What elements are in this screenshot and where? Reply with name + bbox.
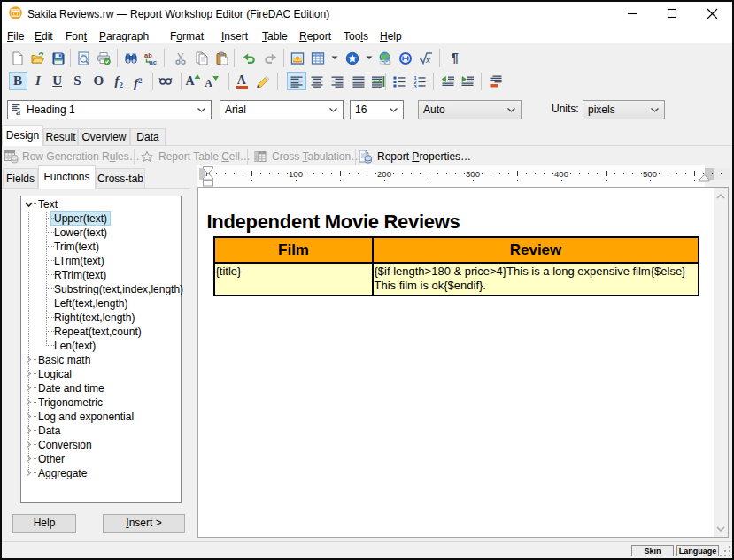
svg-text:x: x — [425, 55, 430, 65]
svg-text:a: a — [16, 107, 20, 117]
svg-text:3: 3 — [413, 83, 416, 88]
